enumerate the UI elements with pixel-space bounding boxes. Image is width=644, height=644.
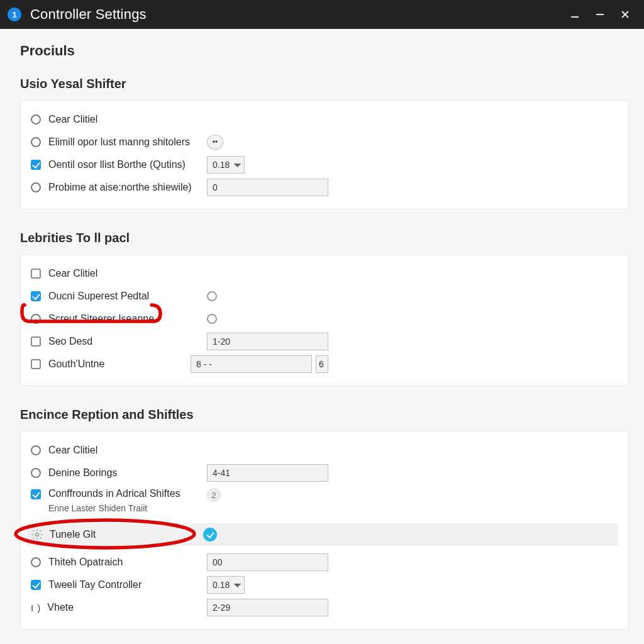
titlebar: 1 Controller Settings <box>0 0 644 29</box>
option-label: Screut Siteerer Iseanne <box>48 313 154 325</box>
option-label: Oucni Superest Pedtal <box>48 291 149 302</box>
radio-icon[interactable] <box>31 445 41 455</box>
row-s2-r1[interactable]: Oucni Superest Pedtal <box>31 285 618 308</box>
value-select[interactable]: 0.18 <box>207 576 245 594</box>
row-s1-r1[interactable]: Elimill opor lust manng shitolers •• <box>31 131 618 153</box>
value-input[interactable] <box>207 333 328 350</box>
value-input[interactable] <box>207 464 328 482</box>
value-input-b[interactable] <box>316 355 328 373</box>
gear-icon <box>31 528 43 541</box>
row-s1-r3[interactable]: Probime at aise:northe shiewile) <box>31 176 618 199</box>
option-label: Cear Clitiel <box>48 114 97 125</box>
option-sublabel: Enne Laster Shiden Traiit <box>48 503 180 513</box>
option-label: Tunele Glt <box>50 529 96 540</box>
option-label: Seo Desd <box>48 336 92 347</box>
option-label: Vhete <box>47 602 74 613</box>
section-heading: Encince Reption and Shiftles <box>20 408 629 422</box>
row-s2-r2[interactable]: Screut Siteerer Iseanne <box>31 308 618 330</box>
checkbox-icon[interactable] <box>31 580 41 590</box>
row-s3-r1[interactable]: Denine Borings <box>31 462 618 484</box>
option-label: Gouth'Untne <box>48 358 104 370</box>
checkbox-icon[interactable] <box>31 336 41 347</box>
section-heading: Usio Yesal Shifter <box>20 77 629 91</box>
row-s2-r0[interactable]: Cear Clitiel <box>31 262 618 285</box>
checkbox-icon[interactable] <box>31 269 41 279</box>
option-label: Conffrounds in Adrical Shiftes <box>48 488 180 499</box>
count-badge: 2 <box>207 488 221 502</box>
row-s2-r4[interactable]: Gouth'Untne <box>31 353 618 375</box>
option-label: Denine Borings <box>48 467 117 479</box>
row-s3-r0[interactable]: Cear Clitiel <box>31 439 618 462</box>
option-label: Probime at aise:northe shiewile) <box>48 182 192 193</box>
radio-icon[interactable] <box>31 557 41 567</box>
row-s3-r5[interactable]: Tweeli Tay Controller 0.18 <box>31 574 618 596</box>
option-label: Thiteh Opatraich <box>48 557 123 568</box>
radio-icon[interactable] <box>31 182 41 192</box>
title-badge: 1 <box>8 8 21 21</box>
value-input[interactable] <box>191 355 312 373</box>
page-heading: Prociuls <box>20 43 629 59</box>
value-input[interactable] <box>207 599 328 616</box>
radio-icon[interactable] <box>31 137 41 147</box>
window-title: Controller Settings <box>30 6 147 23</box>
row-s3-r4[interactable]: Thiteh Opatraich <box>31 551 618 574</box>
section-usio: Usio Yesal Shifter Cear Clitiel Elimill … <box>20 77 629 209</box>
close-button[interactable] <box>613 2 638 27</box>
value-input[interactable] <box>207 553 328 571</box>
row-s1-r0[interactable]: Cear Clitiel <box>31 108 618 131</box>
row-s3-r2[interactable]: Conffrounds in Adrical Shiftes Enne Last… <box>31 484 618 514</box>
radio-icon[interactable] <box>31 314 41 324</box>
restore-button[interactable] <box>587 2 613 27</box>
checkbox-icon[interactable] <box>31 291 41 301</box>
option-label: Cear Clitiel <box>48 268 97 279</box>
checkbox-icon[interactable] <box>31 489 41 499</box>
radio-icon[interactable] <box>31 468 41 478</box>
row-s3-r6[interactable]: I ) Vhete <box>31 596 618 619</box>
value-select[interactable]: 0.18 <box>207 156 245 174</box>
checkbox-icon[interactable] <box>31 160 41 170</box>
section-lebrities: Lebrities To ll pacl Cear Clitiel Oucni … <box>20 231 629 386</box>
minimize-button[interactable] <box>562 2 587 27</box>
option-label: Cear Clitiel <box>48 445 97 456</box>
row-s2-r3[interactable]: Seo Desd <box>31 330 618 353</box>
check-circle-icon[interactable] <box>203 528 217 541</box>
option-label: Tweeli Tay Controller <box>48 579 142 591</box>
row-s3-r3[interactable]: Tunele Glt <box>27 523 618 546</box>
radio-icon[interactable] <box>207 314 217 324</box>
checkbox-icon[interactable] <box>31 359 41 369</box>
more-button[interactable]: •• <box>207 135 223 150</box>
row-marker: I ) <box>31 602 41 613</box>
radio-icon[interactable] <box>207 291 217 301</box>
value-input[interactable] <box>207 179 328 196</box>
radio-icon[interactable] <box>31 114 41 125</box>
option-label: Elimill opor lust manng shitolers <box>48 136 190 148</box>
section-heading: Lebrities To ll pacl <box>20 231 629 245</box>
option-label: Oentil osor llist Borthe (Qutins) <box>48 159 186 170</box>
svg-point-0 <box>36 533 39 536</box>
row-s1-r2[interactable]: Oentil osor llist Borthe (Qutins) 0.18 <box>31 153 618 176</box>
section-encince: Encince Reption and Shiftles Cear Clitie… <box>20 408 629 630</box>
